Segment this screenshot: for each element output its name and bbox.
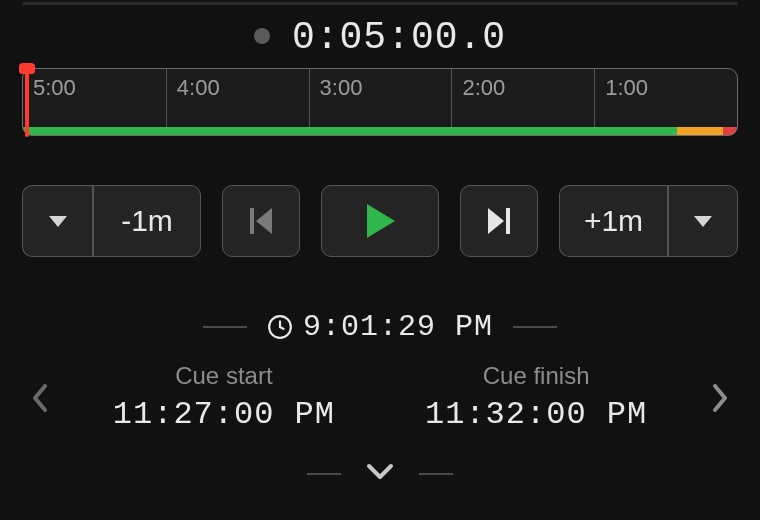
skip-back-icon bbox=[250, 208, 272, 234]
decrease-label: -1m bbox=[121, 204, 173, 238]
divider-icon bbox=[307, 473, 341, 475]
cue-finish: Cue finish 11:32:00 PM bbox=[425, 362, 647, 433]
clock-icon bbox=[267, 314, 293, 340]
skip-forward-button[interactable] bbox=[460, 185, 538, 257]
timeline-tick-label: 1:00 bbox=[605, 75, 648, 100]
svg-marker-1 bbox=[256, 208, 272, 234]
divider-icon bbox=[419, 473, 453, 475]
playhead-icon[interactable] bbox=[25, 67, 29, 137]
decrease-button[interactable]: -1m bbox=[93, 185, 201, 257]
svg-marker-3 bbox=[488, 208, 504, 234]
warning-zone bbox=[677, 127, 723, 135]
timeline-tick: 3:00 bbox=[309, 69, 363, 135]
increase-dropdown[interactable] bbox=[668, 185, 738, 257]
skip-back-button[interactable] bbox=[222, 185, 300, 257]
current-time: 9:01:29 PM bbox=[267, 310, 493, 344]
timeline-tick-label: 4:00 bbox=[177, 75, 220, 100]
cue-finish-value: 11:32:00 PM bbox=[425, 396, 647, 433]
elapsed-time-value: 0:05:00.0 bbox=[292, 16, 506, 59]
caret-down-icon bbox=[49, 216, 67, 227]
transport-controls: -1m +1m bbox=[22, 185, 738, 257]
play-button[interactable] bbox=[321, 185, 439, 257]
elapsed-time-display: 0:05:00.0 bbox=[0, 14, 760, 59]
svg-rect-4 bbox=[506, 208, 510, 234]
svg-marker-2 bbox=[367, 204, 395, 238]
cue-start: Cue start 11:27:00 PM bbox=[113, 362, 335, 433]
chevron-right-icon bbox=[711, 384, 729, 412]
decrease-dropdown[interactable] bbox=[22, 185, 92, 257]
divider-icon bbox=[203, 326, 247, 328]
timeline-tick: 2:00 bbox=[451, 69, 505, 135]
cue-finish-label: Cue finish bbox=[425, 362, 647, 390]
cue-start-label: Cue start bbox=[113, 362, 335, 390]
skip-forward-icon bbox=[488, 208, 510, 234]
divider-icon bbox=[513, 326, 557, 328]
chevron-left-icon bbox=[31, 384, 49, 412]
increase-combo: +1m bbox=[559, 185, 738, 257]
timeline-tick-label: 2:00 bbox=[462, 75, 505, 100]
timeline-tick-label: 3:00 bbox=[320, 75, 363, 100]
current-time-row: 9:01:29 PM bbox=[0, 310, 760, 344]
timeline-tick-label: 5:00 bbox=[33, 75, 76, 100]
expand-button[interactable] bbox=[365, 462, 395, 486]
increase-label: +1m bbox=[584, 204, 643, 238]
cue-section: Cue start 11:27:00 PM Cue finish 11:32:0… bbox=[22, 362, 738, 433]
danger-zone bbox=[723, 127, 737, 135]
caret-down-icon bbox=[694, 216, 712, 227]
svg-rect-0 bbox=[250, 208, 254, 234]
expand-row bbox=[0, 462, 760, 486]
cue-start-value: 11:27:00 PM bbox=[113, 396, 335, 433]
timeline-progress-bar bbox=[23, 127, 737, 135]
next-cue-button[interactable] bbox=[702, 380, 738, 416]
chevron-down-icon bbox=[365, 462, 395, 482]
prev-cue-button[interactable] bbox=[22, 380, 58, 416]
timeline-tick: 4:00 bbox=[166, 69, 220, 135]
timeline-tick: 5:00 bbox=[23, 69, 76, 135]
timeline-tick: 1:00 bbox=[594, 69, 648, 135]
top-rule bbox=[22, 2, 738, 5]
decrease-combo: -1m bbox=[22, 185, 201, 257]
current-time-value: 9:01:29 PM bbox=[303, 310, 493, 344]
record-indicator-icon bbox=[254, 28, 270, 44]
timeline[interactable]: 5:00 4:00 3:00 2:00 1:00 bbox=[22, 68, 738, 136]
increase-button[interactable]: +1m bbox=[559, 185, 667, 257]
play-icon bbox=[365, 204, 395, 238]
